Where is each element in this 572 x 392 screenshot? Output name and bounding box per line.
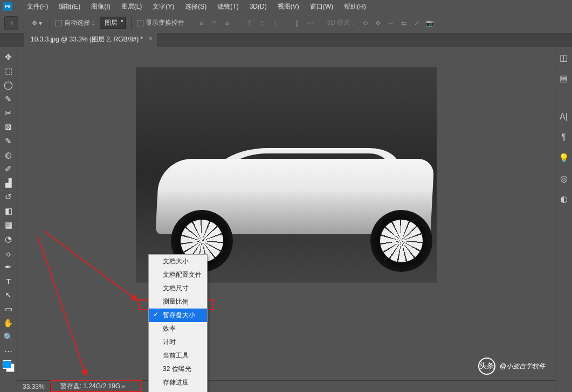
stamp-tool[interactable]: ▟ — [1, 176, 16, 190]
blur-tool[interactable]: ◔ — [1, 232, 16, 246]
lasso-tool[interactable]: ◯ — [1, 78, 16, 92]
cm-efficiency[interactable]: 效率 — [149, 322, 207, 335]
separator — [190, 17, 190, 30]
orbit-icon[interactable]: ⟲ — [360, 18, 370, 28]
brush-tool[interactable]: ✐ — [1, 162, 16, 176]
status-menu-trigger-icon[interactable]: ▸ — [122, 382, 126, 390]
separator — [131, 17, 132, 30]
align-left-icon[interactable]: ≡ — [196, 18, 206, 28]
menu-filter[interactable]: 滤镜(T) — [212, 2, 244, 11]
menu-window[interactable]: 窗口(W) — [305, 2, 339, 11]
camera-icon[interactable]: 📷 — [424, 18, 435, 28]
align-center-icon[interactable]: ≣ — [209, 18, 219, 28]
close-icon[interactable]: × — [149, 35, 153, 43]
eyedropper-tool[interactable]: ✎ — [1, 134, 16, 148]
eraser-tool[interactable]: ◧ — [1, 204, 16, 218]
separator — [50, 17, 50, 30]
menu-edit[interactable]: 编辑(E) — [53, 2, 86, 11]
healing-tool[interactable]: ◍ — [1, 148, 16, 162]
move-tool-icon[interactable]: ✥ ▾ — [30, 18, 44, 28]
dodge-tool[interactable]: ☼ — [1, 246, 16, 260]
align-right-icon[interactable]: ≡ — [222, 18, 232, 28]
color-icon[interactable]: ▤ — [557, 72, 570, 85]
zoom-tool[interactable]: 🔍 — [1, 330, 16, 344]
circle-icon[interactable]: ◐ — [557, 192, 570, 205]
distribute-icons-2: ‖ ⋯ — [292, 18, 315, 28]
menu-image[interactable]: 图像(I) — [86, 2, 115, 11]
dist-bottom-icon[interactable]: ⊥ — [270, 18, 280, 28]
mode-3d-label: 3D 模式： — [327, 18, 356, 27]
crop-tool[interactable]: ✂ — [1, 106, 16, 120]
separator — [24, 17, 24, 30]
cm-timing[interactable]: 计时 — [149, 335, 207, 349]
hand-tool[interactable]: ✋ — [1, 316, 16, 330]
frame-tool[interactable]: ⊠ — [1, 120, 16, 134]
statusbar: 33.33% 暂存盘: 1.24G/2.19G▸ — [17, 380, 555, 392]
pen-tool[interactable]: ✒ — [1, 260, 16, 274]
color-swatch[interactable] — [3, 360, 15, 372]
toolbox: ✥ ⬚ ◯ ✎ ✂ ⊠ ✎ ◍ ✐ ▟ ↺ ◧ ▦ ◔ ☼ ✒ T ↖ ▭ ✋ … — [0, 47, 17, 392]
history-brush-tool[interactable]: ↺ — [1, 190, 16, 204]
tab-title: 10.3.3.jpg @ 33.3% (图层 2, RGB/8#) — [31, 36, 139, 43]
cm-tool[interactable]: 当前工具 — [149, 349, 207, 362]
separator — [238, 17, 238, 30]
type-tool[interactable]: T — [1, 274, 16, 288]
menu-help[interactable]: 帮助(H) — [339, 2, 371, 11]
cm-docsize[interactable]: 文档大小 — [149, 255, 207, 268]
dist-h-icon[interactable]: ‖ — [292, 18, 302, 28]
home-button[interactable]: ⌂ — [4, 16, 18, 30]
watermark-logo: 头条 — [478, 358, 495, 375]
menubar: Ps 文件(F) 编辑(E) 图像(I) 图层(L) 文字(Y) 选择(S) 滤… — [0, 0, 572, 13]
menu-select[interactable]: 选择(S) — [180, 2, 212, 11]
options-bar: ⌂ ✥ ▾ 自动选择： 图层 显示变换控件 ≡ ≣ ≡ ⊤ ≑ ⊥ ‖ ⋯ 3D… — [0, 13, 572, 33]
histogram-icon[interactable]: ◫ — [557, 51, 570, 64]
zoom-level[interactable]: 33.33% — [17, 383, 51, 390]
edit-toolbar-icon[interactable]: ⋯ — [1, 344, 16, 358]
rectangle-tool[interactable]: ▭ — [1, 302, 16, 316]
3d-icons: ⟲ ✥ ↔ ⇆ ⤢ 📷 — [360, 18, 435, 28]
quickselect-tool[interactable]: ✎ — [1, 92, 16, 106]
cm-32bit[interactable]: 32 位曝光 — [149, 362, 207, 376]
menu-file[interactable]: 文件(F) — [22, 2, 53, 11]
menu-type[interactable]: 文字(Y) — [147, 2, 180, 11]
tab-dirty-marker: * — [140, 36, 143, 43]
autoselect-label: 自动选择： — [64, 18, 97, 27]
status-info[interactable]: 暂存盘: 1.24G/2.19G▸ — [51, 382, 135, 391]
bulb-icon[interactable]: 💡 — [557, 151, 570, 164]
showtransform-checkbox[interactable]: 显示变换控件 — [137, 18, 184, 27]
separator — [286, 17, 286, 30]
dist-top-icon[interactable]: ⊤ — [244, 18, 254, 28]
pan-icon[interactable]: ✥ — [373, 18, 383, 28]
cm-docdim[interactable]: 文档尺寸 — [149, 282, 207, 295]
dist-vcenter-icon[interactable]: ≑ — [257, 18, 267, 28]
menu-3d[interactable]: 3D(D) — [244, 3, 272, 10]
ps-logo: Ps — [3, 2, 12, 11]
slide-icon[interactable]: ⇆ — [398, 18, 409, 28]
document-tabbar: 10.3.3.jpg @ 33.3% (图层 2, RGB/8#)* × — [0, 33, 572, 47]
cm-scratch[interactable]: 暂存盘大小 — [149, 309, 207, 322]
marquee-tool[interactable]: ⬚ — [1, 64, 16, 78]
more-icon[interactable]: ⋯ — [305, 18, 315, 28]
character-icon[interactable]: A| — [557, 110, 570, 123]
layer-dropdown[interactable]: 图层 — [100, 17, 126, 29]
menu-view[interactable]: 视图(V) — [272, 2, 305, 11]
cm-smartobj[interactable]: 智能对象 — [149, 389, 207, 392]
autoselect-checkbox[interactable]: 自动选择： — [56, 18, 97, 27]
cm-measure[interactable]: 测量比例 — [149, 295, 207, 309]
distribute-icons: ⊤ ≑ ⊥ — [244, 18, 280, 28]
move-tool[interactable]: ✥ — [1, 50, 16, 64]
gradient-tool[interactable]: ▦ — [1, 218, 16, 232]
paragraph-icon[interactable]: ¶ — [557, 131, 570, 144]
watermark-text: @小波自学软件 — [500, 362, 545, 371]
dolly-icon[interactable]: ↔ — [385, 18, 396, 28]
cm-saveprogress[interactable]: 存储进度 — [149, 376, 207, 389]
cm-docprofile[interactable]: 文档配置文件 — [149, 268, 207, 282]
canvas[interactable] — [136, 67, 437, 283]
watermark: 头条 @小波自学软件 — [478, 358, 545, 375]
statusbar-context-menu: 文档大小 文档配置文件 文档尺寸 测量比例 暂存盘大小 效率 计时 当前工具 3… — [148, 254, 208, 392]
path-tool[interactable]: ↖ — [1, 288, 16, 302]
scale-icon[interactable]: ⤢ — [411, 18, 422, 28]
menu-layer[interactable]: 图层(L) — [116, 2, 148, 11]
cc-icon[interactable]: ◎ — [557, 172, 570, 185]
document-tab[interactable]: 10.3.3.jpg @ 33.3% (图层 2, RGB/8#)* × — [24, 32, 157, 47]
